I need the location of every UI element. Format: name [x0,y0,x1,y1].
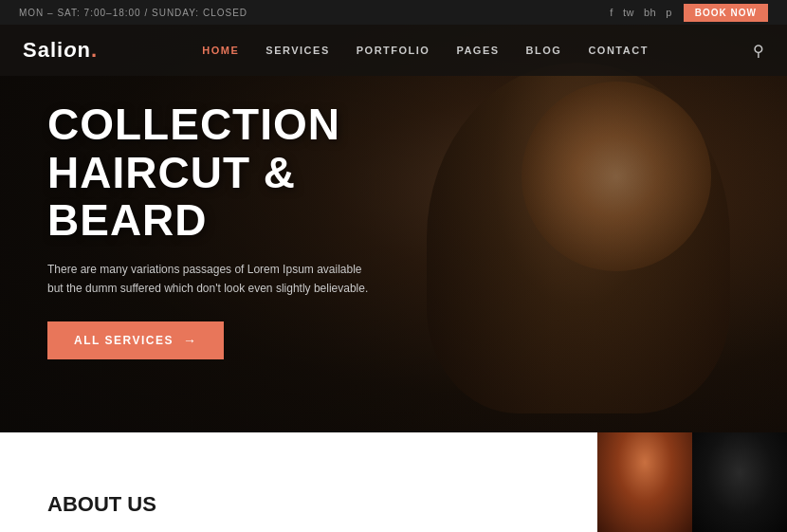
about-title: About Us [47,492,156,517]
pinterest-icon[interactable]: p [666,7,672,18]
top-bar-right: f tw bh p BOOK NOW [610,4,768,22]
business-hours: MON – SAT: 7:00–18:00 / SUNDAY: CLOSED [19,8,247,18]
search-icon[interactable]: ⚲ [753,42,764,60]
hero-cta-button[interactable]: All Services → [47,321,224,359]
header: Salion. HOME SERVICES PORTFOLIO PAGES BL… [0,25,787,76]
nav-contact[interactable]: CONTACT [588,45,648,56]
behance-icon[interactable]: bh [644,7,656,18]
facebook-icon[interactable]: f [610,7,613,18]
nav-portfolio[interactable]: PORTFOLIO [357,45,430,56]
social-icons: f tw bh p [610,7,671,18]
nav-home[interactable]: HOME [202,45,239,56]
nav-services[interactable]: SERVICES [265,45,329,56]
thumbnail-2 [692,432,787,532]
top-bar: MON – SAT: 7:00–18:00 / SUNDAY: CLOSED f… [0,0,787,25]
below-hero-section: About Us [0,432,787,532]
hero-content: COLLECTION HAIRCUT & BEARD There are man… [47,101,446,359]
nav-pages[interactable]: PAGES [456,45,499,56]
hero-subtitle: There are many variations passages of Lo… [47,260,370,299]
logo: Salion. [23,38,98,63]
arrow-icon: → [183,333,198,348]
nav-blog[interactable]: BLOG [526,45,562,56]
thumbnail-1 [597,432,692,532]
thumbnail-row [597,432,787,532]
hero-section: COLLECTION HAIRCUT & BEARD There are man… [0,25,787,432]
book-now-button[interactable]: BOOK NOW [684,4,768,22]
main-nav: HOME SERVICES PORTFOLIO PAGES BLOG CONTA… [202,45,649,56]
hero-title: COLLECTION HAIRCUT & BEARD [47,101,446,245]
twitter-icon[interactable]: tw [623,7,634,18]
